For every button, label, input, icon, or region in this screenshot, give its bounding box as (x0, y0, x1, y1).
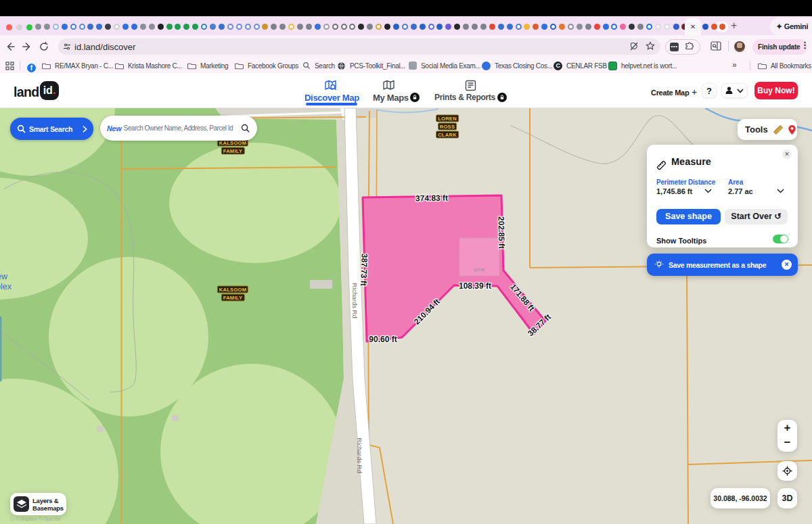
svg-text:22730: 22730 (474, 268, 485, 272)
